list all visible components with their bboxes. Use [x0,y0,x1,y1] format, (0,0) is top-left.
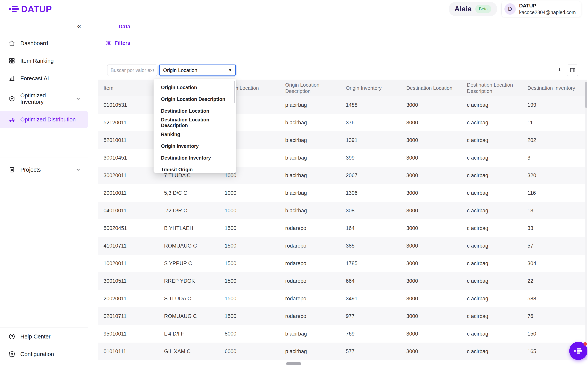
column-select[interactable]: Origin Location ▼ [159,64,236,76]
sidebar-item-forecast-ai[interactable]: Forecast AI [0,70,88,87]
sidebar-item-dashboard[interactable]: Dashboard [0,34,88,52]
table-cell: 2067 [340,166,400,184]
dropdown-option[interactable]: Destination Location Description [154,117,236,129]
sidebar-item-optimized-distribution[interactable]: Optimized Distribution [0,111,88,128]
user-menu[interactable]: D DATUP kacoce2804@hapied.com [501,1,581,17]
column-header[interactable]: Origin Location Description [279,80,340,96]
column-header[interactable]: Destination Location Description [461,80,522,96]
table-cell: 02010711 [98,307,158,325]
filter-icon [105,40,111,46]
table-cell: 202 [522,131,586,149]
sidebar-item-optimized-inventory[interactable]: Optimized Inventory [0,90,88,108]
table-cell: 376 [340,114,400,131]
table-cell: 30010451 [98,149,158,166]
dropdown-option[interactable]: Transit Origin [154,164,236,173]
table-cell: 8000 [219,325,279,343]
sidebar-collapse-button[interactable]: « [77,23,81,30]
table-row: 20010011 5,3 D/C C 1000 b acirbag 1306 3… [98,184,586,202]
search-input[interactable] [107,64,158,76]
table-row: 50020451 B YHTLAEH 1500 rodarepo 164 300… [98,219,586,237]
dropdown-option[interactable]: Destination Location [154,105,236,117]
columns-button[interactable] [567,64,578,76]
box-icon [9,95,15,102]
dropdown-option[interactable]: Destination Inventory [154,152,236,164]
dropdown-scrollbar[interactable] [234,81,235,103]
table-cell: 6000 [219,343,279,360]
table-cell: 5,3 D/C C [158,184,219,202]
table-cell: 1500 [219,272,279,290]
avatar: D [504,3,516,15]
column-header[interactable]: Item [98,80,158,96]
column-header[interactable]: Destination Inventory [522,80,586,96]
table-cell: 1000 [219,184,279,202]
table-cell: ROMUAUG C [158,237,219,255]
dropdown-option[interactable]: Origin Location [154,82,236,93]
table-cell: b acirbag [279,149,340,166]
column-select-dropdown: Origin Location Origin Location Descript… [154,79,236,173]
table-cell: c acirbag [461,290,522,307]
table-cell: 769 [340,325,400,343]
table-cell: 116 [522,184,586,202]
table-row: 30010511 RREP YDOK 1500 rodarepo 664 300… [98,272,586,290]
datup-logo-icon [9,5,20,13]
table-cell: 588 [522,290,586,307]
table-cell: 3000 [400,202,461,219]
truck-icon [9,116,15,123]
table-cell: 30010511 [98,272,158,290]
table-cell: 3000 [400,166,461,184]
filters-button[interactable]: Filters [105,40,130,46]
table-cell: 20010011 [98,184,158,202]
sidebar-item-item-ranking[interactable]: Item Ranking [0,52,88,70]
beta-badge: Beta [475,5,491,13]
table-cell: 320 [522,166,586,184]
column-header[interactable]: Destination Location [400,80,461,96]
column-select-value: Origin Location [163,67,197,73]
table-cell: 3000 [400,325,461,343]
table-cell: b acirbag [279,325,340,343]
table-cell: 33 [522,219,586,237]
dropdown-option[interactable]: Origin Inventory [154,140,236,152]
datup-logo[interactable]: DATUP [9,4,52,14]
sidebar-item-projects[interactable]: Projects [0,161,88,179]
table-cell: GIL XAM C [158,343,219,360]
table-cell: 1500 [219,307,279,325]
home-icon [9,40,15,46]
table-cell: c acirbag [461,131,522,149]
table-cell: b acirbag [279,202,340,219]
table-cell: 199 [522,96,586,114]
download-button[interactable] [554,65,565,75]
vertical-scrollbar-thumb[interactable] [585,82,587,108]
table-cell: 1500 [219,219,279,237]
sidebar-item-configuration[interactable]: Configuration [0,345,88,363]
table-cell: 3000 [400,255,461,272]
table-cell: c acirbag [461,219,522,237]
column-header[interactable]: Origin Inventory [340,80,400,96]
table-cell: 385 [340,237,400,255]
table-cell: rodarepo [279,272,340,290]
table-cell: RREP YDOK [158,272,219,290]
sidebar-divider [0,157,88,157]
table-cell: 20020011 [98,290,158,307]
table-cell: 11 [522,114,586,131]
table-row: 10020011 S YPPUP C 1500 rodarepo 1785 30… [98,255,586,272]
table-horizontal-scrollbar[interactable] [286,362,301,365]
chat-fab[interactable] [569,342,588,360]
table-cell: 3491 [340,290,400,307]
table-cell: c acirbag [461,255,522,272]
table-cell: 3000 [400,184,461,202]
tab-data[interactable]: Data [95,18,154,35]
table-cell: 3000 [400,149,461,166]
columns-icon [570,67,576,73]
table-cell: 1500 [219,255,279,272]
alaia-badge: Alaia Beta [449,2,497,16]
table-cell: c acirbag [461,96,522,114]
dropdown-option[interactable]: Origin Location Description [154,93,236,105]
table-row: 01010111 GIL XAM C 6000 p acirbag 577 30… [98,343,586,360]
table-cell: rodarepo [279,307,340,325]
table-vertical-scrollbar[interactable] [585,80,587,360]
sidebar-item-help-center[interactable]: Help Center [0,328,88,345]
dropdown-option[interactable]: Ranking [154,129,236,140]
download-icon [556,67,563,74]
table-cell: c acirbag [461,272,522,290]
table-cell: b acirbag [279,184,340,202]
